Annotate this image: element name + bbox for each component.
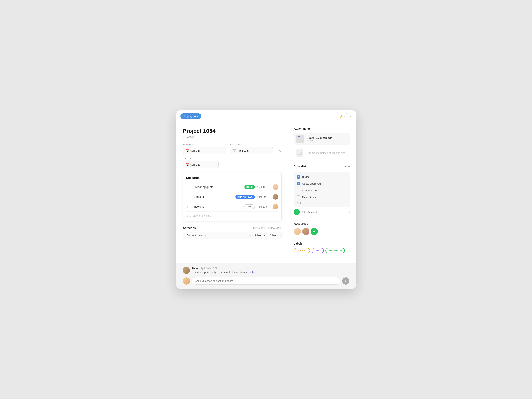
create-card-label: Create a new card [190, 214, 211, 217]
comment-text: The concept is ready to be sent to the c… [192, 271, 256, 274]
checklist-item-0: ✓ Budget [294, 174, 350, 180]
table-row: ⋮⋮ Invoicing TO DO April 10th [186, 202, 278, 212]
project-title: Project 1034 [183, 128, 282, 134]
comments-section: Dave April 10th 10:59 The concept is rea… [176, 263, 356, 288]
divider-3 [294, 238, 350, 238]
start-date-label: Start date [183, 143, 226, 146]
modal: In progress → ☆ ⚡ ▾ × Project 1034 C. Ja… [176, 111, 356, 288]
divider-1 [294, 162, 350, 162]
svg-rect-4 [298, 139, 300, 139]
end-cal-icon: 📅 [233, 149, 236, 152]
drag-handle-icon[interactable]: ⋮⋮ [186, 195, 192, 198]
checklist-label-3: Deposit due [302, 196, 316, 199]
checklist-arrow-icon: → [348, 165, 350, 168]
activities-header: Activities ESTIMATE REMAINING [183, 226, 282, 230]
status-button[interactable]: In progress [180, 113, 202, 119]
attachment-name-0: Quote_C.Janzen.pdf [307, 136, 332, 139]
checklist-title: Checklist [294, 165, 306, 168]
status-badge-2: TO DO [243, 204, 255, 209]
checklist-header: Checklist 2/4 → [294, 165, 350, 169]
commenter-avatar [183, 277, 190, 285]
send-icon: ➤ [345, 279, 347, 283]
checklist-progress: 2/4 → [342, 165, 350, 168]
comment-input-row: ➤ [183, 277, 349, 285]
attachments-title: Attachments [294, 127, 350, 130]
end-date-label: End date [230, 143, 273, 146]
drag-handle-icon[interactable]: ⋮⋮ [186, 186, 192, 189]
resources-avatars: + [294, 228, 350, 235]
activity-name-select[interactable]: Concept creation [186, 234, 252, 237]
start-date-input[interactable]: 📅 April 3th [183, 147, 226, 154]
table-row: ⋮⋮ Concept IN PROGRESS April 8th [186, 192, 278, 202]
status-label: In progress [184, 115, 198, 118]
label-urgent[interactable]: URGENT [294, 248, 310, 253]
subcard-avatar-1 [273, 194, 278, 200]
subcards-container: Subcards ⋮⋮ Preparing quote DONE April 4… [183, 172, 282, 221]
modal-body: Project 1034 C. Janzen Start date 📅 Apri… [176, 122, 356, 258]
comment-avatar [183, 267, 190, 274]
checklist-items: ✓ Budget ✓ Quote approved Concept sent D… [294, 172, 350, 207]
project-author: C. Janzen [183, 135, 282, 138]
add-checklist-button[interactable]: + [294, 209, 300, 215]
end-date-input[interactable]: 📅 April 12th [230, 147, 273, 154]
subcard-date-2: April 10th [257, 205, 271, 208]
comment-author: Dave [192, 267, 198, 270]
checklist-section: Checklist 2/4 → ✓ Budget ✓ Quote approve… [294, 165, 350, 215]
comment-meta: Dave April 10th 10:59 [192, 267, 256, 270]
resource-avatar-1 [302, 228, 309, 235]
activities-cols: ESTIMATE REMAINING [253, 227, 281, 229]
estimate-col-label: ESTIMATE [253, 227, 265, 229]
end-date-value: April 12th [238, 149, 248, 152]
subcard-avatar-2 [273, 204, 278, 209]
checklist-dropdown-icon[interactable]: ▾ [349, 211, 350, 213]
add-checklist-input[interactable] [302, 211, 347, 213]
checklist-label-0: Budget [302, 175, 310, 178]
svg-rect-1 [298, 136, 300, 137]
checklist-item-3: Deposit due [294, 194, 350, 201]
subcards-title: Subcards [186, 176, 278, 180]
due-date-row: Due date 📅 April 12th [183, 157, 282, 168]
comment-timestamp: April 10th 10:59 [201, 267, 217, 270]
pdf-icon [296, 135, 304, 143]
add-checklist-row: + ▾ [294, 209, 350, 215]
checkbox-2[interactable] [297, 189, 300, 192]
labels-section: Labels URGENT PRIO APPROVED [294, 242, 350, 253]
remaining-col-label: REMAINING [268, 227, 281, 229]
svg-rect-3 [298, 138, 301, 138]
label-approved[interactable]: APPROVED [325, 248, 345, 253]
start-date-field: Start date 📅 April 3th [183, 143, 226, 154]
comment-mention[interactable]: Evelien [248, 271, 256, 274]
upload-icon [296, 149, 304, 156]
subcard-date-1: April 8th [257, 195, 271, 198]
comment-item: Dave April 10th 10:59 The concept is rea… [183, 267, 349, 274]
checklist-count: 2/4 [342, 165, 346, 168]
label-prio[interactable]: PRIO [312, 248, 324, 253]
checkbox-1[interactable]: ✓ [297, 182, 300, 186]
add-resource-button[interactable]: + [310, 228, 318, 235]
status-arrow-button[interactable]: → [205, 114, 208, 118]
comment-input[interactable] [192, 277, 340, 285]
star-button[interactable]: ☆ [331, 114, 335, 118]
header-actions: ☆ ⚡ ▾ × [331, 113, 352, 119]
checklist-label-1: Quote approved [302, 182, 321, 185]
attachment-item: Quote_C.Janzen.pdf 8.8 MB [294, 133, 350, 145]
create-new-card-row[interactable]: ↳ Create a new card [186, 212, 278, 217]
close-button[interactable]: × [349, 114, 352, 119]
refresh-button[interactable]: ↻ [279, 147, 282, 154]
comment-content: Dave April 10th 10:59 The concept is rea… [192, 267, 256, 274]
due-date-input[interactable]: 📅 April 12th [183, 161, 219, 168]
activity-estimate-0: 6 hours [253, 234, 265, 237]
upload-area[interactable]: Drag files to upload or browse files [294, 147, 350, 159]
drag-handle-icon[interactable]: ⋮⋮ [186, 205, 192, 208]
checkbox-0[interactable]: ✓ [297, 175, 300, 179]
send-button[interactable]: ➤ [342, 277, 349, 285]
modal-header: In progress → ☆ ⚡ ▾ × [176, 111, 356, 122]
due-date-value: April 12th [190, 163, 201, 166]
add-checklist-item[interactable]: Add item [294, 201, 350, 206]
lightning-button[interactable]: ⚡ ▾ [337, 113, 348, 119]
subcard-avatar-0 [273, 184, 278, 190]
svg-rect-2 [298, 137, 300, 137]
resources-section: Resources + [294, 222, 350, 235]
resources-title: Resources [294, 222, 350, 225]
checkbox-3[interactable] [297, 195, 300, 199]
